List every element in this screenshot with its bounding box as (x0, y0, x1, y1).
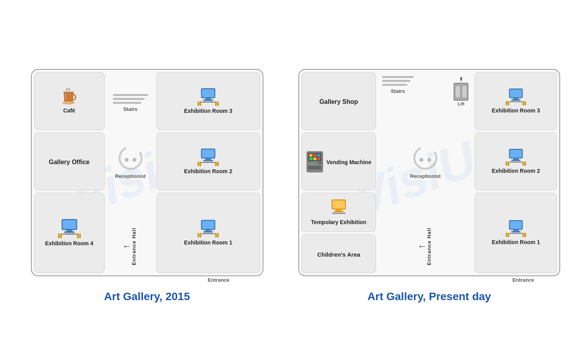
exhibition-icon-3-left (198, 88, 219, 106)
svg-rect-25 (215, 101, 216, 106)
room-exhibition-1-right: Exhibition Room 1 (475, 193, 557, 273)
svg-point-15 (125, 158, 129, 162)
entrance-hall-area-right: ↑ Entrance Hall (378, 193, 472, 273)
main-container: VisiUp (0, 53, 588, 311)
floor-plan-2015: VisiUp (24, 69, 270, 303)
room-cafe: Café (34, 72, 105, 130)
svg-rect-20 (203, 100, 213, 101)
entrance-arrow-right: ↑ (416, 244, 427, 249)
svg-rect-71 (336, 209, 341, 211)
svg-rect-59 (313, 154, 316, 157)
stairs-right: Stairs (382, 76, 414, 94)
receptionist-area-left: Receptionist (107, 132, 154, 190)
receptionist-area-right: Receptionist (378, 132, 472, 190)
svg-rect-106 (512, 231, 521, 232)
exhibition-3-left-label: Exhibition Room 3 (184, 107, 232, 114)
svg-rect-72 (334, 211, 343, 212)
room-exhibition-2-right: Exhibition Room 2 (475, 132, 557, 190)
svg-rect-92 (514, 158, 518, 160)
receptionist-icon-left (117, 144, 144, 172)
svg-rect-70 (332, 200, 345, 208)
svg-rect-21 (198, 101, 199, 106)
entrance-hall-wrapper-left: ↑ Entrance Hall (124, 228, 137, 265)
room-exhibition-2-left: Exhibition Room 2 (156, 132, 260, 190)
svg-rect-29 (201, 101, 215, 103)
svg-point-14 (120, 147, 142, 169)
svg-rect-86 (525, 101, 526, 105)
entrance-hall-text-right: Entrance Hall (426, 228, 432, 265)
rp-col1: Gallery Shop (301, 72, 376, 273)
svg-rect-65 (318, 163, 322, 164)
entrance-row-right: Entrance (294, 276, 564, 283)
room-exhibition-3-right: Exhibition Room 3 (475, 72, 557, 130)
entrance-arrow-left: ↑ (121, 244, 132, 249)
lift-arrow-up: ⬆ (459, 76, 463, 82)
svg-rect-19 (206, 98, 211, 100)
cafe-label: Café (63, 107, 75, 114)
entrance-row-left: Entrance (24, 276, 270, 283)
svg-rect-48 (200, 233, 201, 237)
exhibition-icon-1-left (198, 219, 219, 237)
exhibition-icon-2-right (506, 148, 526, 166)
rp-col2: Stairs ⬆ Lift (378, 72, 472, 273)
svg-rect-108 (508, 233, 509, 237)
svg-rect-9 (77, 234, 78, 238)
room-childrens-area: Children's Area (301, 234, 376, 273)
temp-exhibition-label: Tempolary Exhibition (311, 219, 366, 226)
svg-rect-47 (198, 233, 199, 237)
floor-plan-present: VisiUp Gallery Shop (294, 69, 564, 303)
lp-col1: Café Gallery Office (34, 72, 105, 273)
svg-rect-46 (203, 232, 213, 233)
svg-rect-32 (206, 158, 211, 160)
svg-rect-95 (508, 161, 509, 166)
svg-rect-93 (512, 160, 521, 161)
exhibition-1-left-label: Exhibition Room 1 (184, 239, 232, 246)
receptionist-icon-right (412, 144, 439, 172)
exhibition-icon-3-right (506, 88, 526, 105)
svg-rect-31 (202, 150, 214, 158)
svg-rect-10 (80, 234, 81, 238)
building-2015: VisiUp (31, 69, 263, 276)
svg-rect-22 (200, 101, 201, 106)
svg-point-68 (314, 163, 316, 164)
svg-point-0 (63, 101, 74, 104)
gallery-office-label: Gallery Office (49, 158, 89, 167)
receptionist-label-left: Receptionist (115, 173, 145, 179)
lift-door-right (462, 85, 467, 98)
stairs-lift-area: Stairs ⬆ Lift (378, 72, 472, 130)
exhibition-2-right-label: Exhibition Room 2 (492, 167, 540, 174)
svg-rect-94 (506, 161, 507, 166)
building-present: VisiUp Gallery Shop (298, 69, 560, 276)
svg-rect-73 (332, 213, 346, 214)
entrance-hall-text-left: Entrance Hall (131, 228, 137, 265)
stair-line-2 (113, 98, 145, 100)
svg-rect-45 (206, 230, 211, 232)
vending-label: Vending Machine (327, 159, 371, 166)
stairs-label-right: Stairs (391, 88, 405, 94)
svg-rect-5 (58, 234, 59, 238)
svg-rect-99 (525, 161, 526, 166)
svg-rect-64 (308, 166, 321, 170)
exhibition-3-right-label: Exhibition Room 3 (492, 107, 540, 114)
stairs-lines-left (113, 94, 148, 104)
svg-point-74 (414, 147, 436, 169)
stairs-label-left: Stairs (123, 106, 137, 112)
svg-rect-105 (514, 230, 518, 231)
plan-title-present: Art Gallery, Present day (367, 290, 491, 303)
svg-rect-13 (62, 234, 77, 235)
stair-line-r1 (382, 76, 414, 78)
room-exhibition-4: Exhibition Room 4 (34, 193, 105, 273)
svg-rect-3 (67, 230, 72, 232)
room-exhibition-1-left: Exhibition Room 1 (156, 193, 260, 273)
svg-rect-107 (506, 233, 507, 237)
rp-col3: Exhibition Room 3 (475, 72, 557, 273)
entrance-text-right: Entrance (512, 277, 534, 283)
svg-rect-60 (317, 154, 320, 157)
svg-rect-33 (203, 160, 213, 161)
gallery-shop-label: Gallery Shop (319, 98, 358, 106)
stairs-area-left: Stairs (107, 72, 154, 130)
svg-rect-61 (309, 158, 312, 160)
childrens-area-label: Children's Area (317, 251, 360, 259)
room-gallery-shop: Gallery Shop (301, 72, 376, 130)
svg-rect-63 (317, 158, 320, 160)
